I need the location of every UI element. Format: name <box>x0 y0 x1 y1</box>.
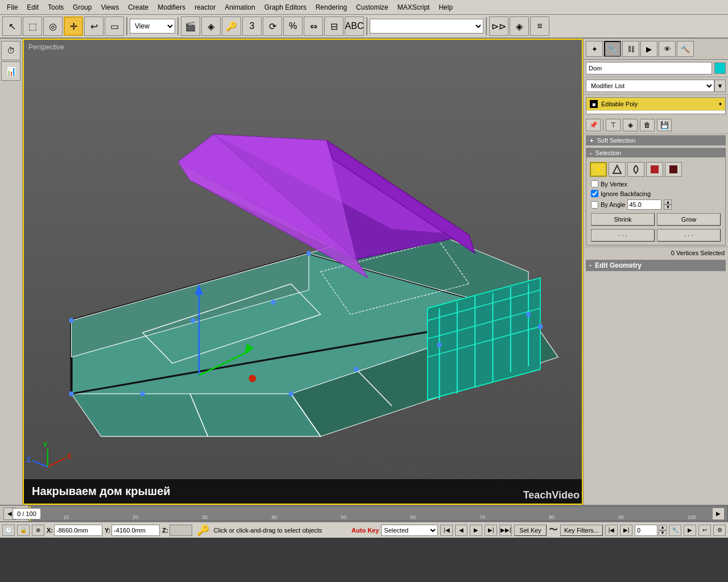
create-panel-btn[interactable]: ✦ <box>586 41 603 57</box>
ring-btn[interactable]: · · · <box>657 229 721 242</box>
menu-views[interactable]: Views <box>96 2 123 13</box>
show-end-result-btn[interactable]: ⊤ <box>606 119 621 131</box>
schematic-btn[interactable]: ◈ <box>510 16 529 36</box>
save-stack-btn[interactable]: 💾 <box>657 119 672 131</box>
circle-select-btn[interactable]: ◎ <box>43 16 63 36</box>
frame-spin-up[interactable]: ▲ <box>659 525 667 530</box>
snap-btn[interactable]: 3 <box>242 16 262 36</box>
next-frame-btn[interactable]: ▶| <box>485 525 497 536</box>
x-coord-input[interactable] <box>54 525 102 536</box>
ignore-backfacing-checkbox[interactable] <box>591 190 598 197</box>
rect-btn[interactable]: ▭ <box>105 16 124 36</box>
editable-poly-item[interactable]: ■ Editable Poly • <box>586 98 725 111</box>
percent-snap-btn[interactable]: % <box>283 16 303 36</box>
menu-maxscript[interactable]: MAXScript <box>393 2 435 13</box>
key-filters-btn[interactable]: Key Filters... <box>560 525 603 536</box>
element-mode-btn[interactable] <box>665 162 682 177</box>
extra-icon-2[interactable]: ▶ <box>684 525 696 536</box>
material-btn[interactable]: ◈ <box>201 16 221 36</box>
grow-btn[interactable]: Grow <box>657 213 721 226</box>
frame-spin-down[interactable]: ▼ <box>659 530 667 536</box>
track-bar-btn[interactable]: 📊 <box>1 61 20 81</box>
snap-icon[interactable]: 🔒 <box>17 525 30 536</box>
undo-btn[interactable]: ↩ <box>84 16 104 36</box>
display-panel-btn[interactable]: 👁 <box>659 41 676 57</box>
pin-btn[interactable]: 📌 <box>586 119 601 131</box>
key-lock-icon[interactable]: 🔑 <box>197 524 209 537</box>
menu-reactor[interactable]: reactor <box>190 2 220 13</box>
play-btn[interactable]: ▶ <box>470 525 482 536</box>
timeline-position-display[interactable]: 0 / 100 <box>13 508 41 519</box>
selection-header[interactable]: - Selection <box>586 148 725 157</box>
viewport-area[interactable]: Perspective <box>23 39 583 505</box>
move-tool-btn[interactable]: ✛ <box>64 16 83 36</box>
edge-mode-btn[interactable] <box>609 162 626 177</box>
edit-geometry-header[interactable]: - Edit Geometry <box>586 260 726 271</box>
menu-tools[interactable]: Tools <box>43 2 68 13</box>
motion-panel-btn[interactable]: ▶ <box>640 41 657 57</box>
extra-icon-4[interactable]: ⚙ <box>713 525 726 536</box>
menu-group[interactable]: Group <box>68 2 96 13</box>
object-name-input[interactable] <box>586 62 712 74</box>
frame-number-input[interactable] <box>635 525 657 536</box>
menu-graph-editors[interactable]: Graph Editors <box>260 2 311 13</box>
soft-selection-header[interactable]: + Soft Selection <box>586 136 725 145</box>
mirror-btn[interactable]: ⇔ <box>304 16 323 36</box>
menu-modifiers[interactable]: Modifiers <box>153 2 190 13</box>
coord-icon[interactable]: ⊕ <box>32 525 44 536</box>
remove-modifier-btn[interactable]: 🗑 <box>640 119 655 131</box>
menu-edit[interactable]: Edit <box>22 2 43 13</box>
poly-mode-btn[interactable] <box>646 162 663 177</box>
time-config-icon[interactable]: 🕐 <box>2 525 15 536</box>
set-key-btn[interactable]: Set Key <box>514 525 547 536</box>
layer-btn[interactable]: ≡ <box>530 16 549 36</box>
select-tool-btn[interactable]: ↖ <box>2 16 22 36</box>
shrink-btn[interactable]: Shrink <box>591 213 655 226</box>
selected-dropdown[interactable]: Selected <box>381 525 438 536</box>
menu-create[interactable]: Create <box>123 2 153 13</box>
time-config-btn[interactable]: ⏱ <box>1 41 20 60</box>
modifier-dropdown-arrow[interactable]: ▼ <box>714 80 726 92</box>
timeline-track[interactable] <box>28 506 728 521</box>
menu-animation[interactable]: Animation <box>220 2 259 13</box>
prev-frame-btn[interactable]: ◀ <box>455 525 468 536</box>
utilities-panel-btn[interactable]: 🔨 <box>677 41 694 57</box>
angle-spin-down[interactable]: ▼ <box>664 205 672 210</box>
extra-icon-3[interactable]: ↩ <box>698 525 711 536</box>
modifier-list-dropdown[interactable]: Modifier List <box>586 80 714 92</box>
menu-customize[interactable]: Customize <box>351 2 393 13</box>
by-vertex-checkbox[interactable] <box>591 180 598 188</box>
z-coord-input[interactable] <box>169 525 192 536</box>
object-color-swatch[interactable] <box>714 63 726 74</box>
subtitle-bar: Накрываем дом крышей <box>24 479 582 504</box>
menu-help[interactable]: Help <box>434 2 457 13</box>
pb-fwd-btn[interactable]: ▶| <box>620 525 632 536</box>
menu-file[interactable]: File <box>2 2 22 13</box>
extra-icon-1[interactable]: 🔧 <box>669 525 681 536</box>
render-btn[interactable]: 🎬 <box>181 16 200 36</box>
make-unique-btn[interactable]: ◈ <box>623 119 638 131</box>
hierarchy-panel-btn[interactable]: ⛓ <box>622 41 639 57</box>
track-view-btn[interactable]: ⊳⊳ <box>489 16 508 36</box>
region-select-btn[interactable]: ⬚ <box>23 16 42 36</box>
key-btn[interactable]: 🔑 <box>222 16 241 36</box>
angle-spin-up[interactable]: ▲ <box>664 199 672 205</box>
menu-rendering[interactable]: Rendering <box>311 2 351 13</box>
angle-snap-btn[interactable]: ⟳ <box>263 16 282 36</box>
timeline-next-btn[interactable]: ▶ <box>712 508 725 520</box>
named-sel-btn[interactable]: ABC <box>345 16 364 36</box>
y-coord-input[interactable] <box>111 525 160 536</box>
by-angle-checkbox[interactable] <box>591 201 598 209</box>
named-sel-dropdown[interactable] <box>370 19 483 34</box>
by-angle-value-input[interactable] <box>627 199 661 210</box>
go-start-btn[interactable]: |◀ <box>440 525 453 536</box>
key-wave-icon[interactable]: 〜 <box>549 524 558 536</box>
go-end-btn[interactable]: ▶▶| <box>499 525 512 536</box>
pb-back-btn[interactable]: |◀ <box>605 525 618 536</box>
border-mode-btn[interactable] <box>627 162 644 177</box>
vertex-mode-btn[interactable] <box>590 162 607 177</box>
view-dropdown[interactable]: View World Local <box>130 19 175 34</box>
modify-panel-btn[interactable]: 🔧 <box>604 41 621 57</box>
loop-btn[interactable]: · · · <box>591 229 655 242</box>
align-btn[interactable]: ⊟ <box>324 16 344 36</box>
